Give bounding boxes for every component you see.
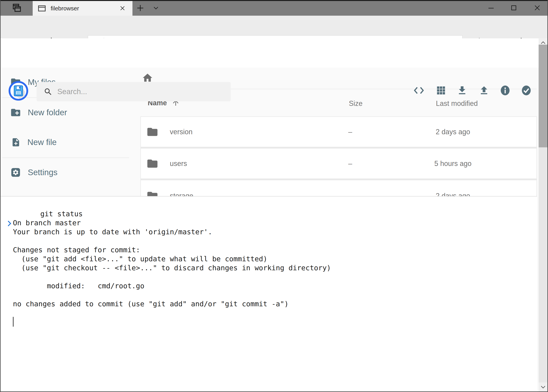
info-icon[interactable] (499, 84, 511, 97)
sidebar-divider (2, 158, 129, 158)
file-name: users (170, 160, 187, 168)
terminal-output-line: (use "git add <file>..." to update what … (0, 254, 537, 263)
page-scrollbar[interactable] (539, 38, 548, 392)
sidebar-item-label: New folder (28, 108, 67, 117)
terminal-output-line: Your branch is up to date with 'origin/m… (0, 227, 537, 236)
file-modified: 2 days ago (423, 128, 482, 136)
terminal-cursor-line (0, 317, 537, 326)
upload-icon[interactable] (478, 84, 490, 97)
folder-plus-icon (10, 107, 21, 118)
sidebar-item-settings[interactable]: Settings (0, 161, 135, 184)
screen: filebrowser (0, 0, 548, 392)
window-border-top (0, 0, 548, 1)
search-box[interactable] (37, 82, 231, 101)
search-input[interactable] (57, 87, 214, 96)
maximize-button[interactable] (505, 1, 523, 14)
terminal-output-line (0, 308, 537, 317)
terminal-output-line: On branch master (0, 218, 537, 227)
column-header-modified[interactable]: Last modified (436, 99, 478, 108)
tab-bar: filebrowser (0, 0, 548, 16)
minimize-button[interactable] (482, 1, 500, 14)
search-icon (44, 87, 53, 96)
terminal-output-line (0, 273, 537, 281)
sidebar-item-new-file[interactable]: New file (0, 131, 135, 154)
column-header-size[interactable]: Size (349, 99, 362, 108)
new-tab-button[interactable] (133, 1, 147, 15)
terminal-output-line (0, 290, 537, 299)
tab-close-icon[interactable] (119, 5, 126, 12)
folder-icon (146, 158, 159, 170)
close-button[interactable] (528, 1, 546, 14)
sidebar-item-label: New file (28, 138, 56, 147)
gear-icon (10, 167, 21, 178)
address-toolbar: filebrowser.web/files/ (0, 16, 548, 39)
filebrowser-logo[interactable] (8, 81, 28, 101)
terminal-cursor (13, 317, 14, 327)
sidebar-item-new-folder[interactable]: New folder (0, 101, 135, 124)
terminal-output-line: (use "git checkout -- <file>..." to disc… (0, 263, 537, 273)
terminal-output-line: no changes added to commit (use "git add… (0, 299, 537, 308)
raw-code-icon[interactable] (413, 84, 425, 97)
folder-icon (146, 126, 159, 138)
grid-view-icon[interactable] (435, 84, 447, 97)
file-size: – (348, 160, 352, 168)
page-favicon-icon (37, 4, 46, 13)
tab-list-chevron-icon[interactable] (149, 1, 163, 15)
tab-preview-icon[interactable] (10, 1, 23, 15)
tab-title: filebrowser (51, 5, 79, 12)
app-header (0, 38, 548, 68)
terminal-output-line: Changes not staged for commit: (0, 245, 537, 254)
window-border-left (0, 0, 0, 392)
sidebar-item-label: Settings (28, 168, 57, 177)
file-modified: 5 hours ago (423, 160, 482, 168)
table-row[interactable]: users – 5 hours ago (141, 148, 536, 178)
terminal-output-line (0, 236, 537, 245)
terminal-panel[interactable]: git status On branch master Your branch … (0, 196, 537, 392)
file-name: version (170, 128, 193, 136)
scroll-down-button[interactable] (539, 382, 548, 392)
file-size: – (348, 128, 352, 136)
terminal-prompt-line: git status (0, 200, 537, 210)
browser-tab[interactable]: filebrowser (33, 1, 132, 16)
file-plus-icon (11, 137, 21, 147)
terminal-output-line (0, 210, 537, 218)
scrollbar-thumb[interactable] (539, 45, 548, 147)
download-icon[interactable] (456, 84, 468, 97)
select-check-icon[interactable] (520, 84, 533, 97)
table-row[interactable]: version – 2 days ago (141, 117, 536, 147)
terminal-output-line: modified: cmd/root.go (0, 281, 537, 290)
